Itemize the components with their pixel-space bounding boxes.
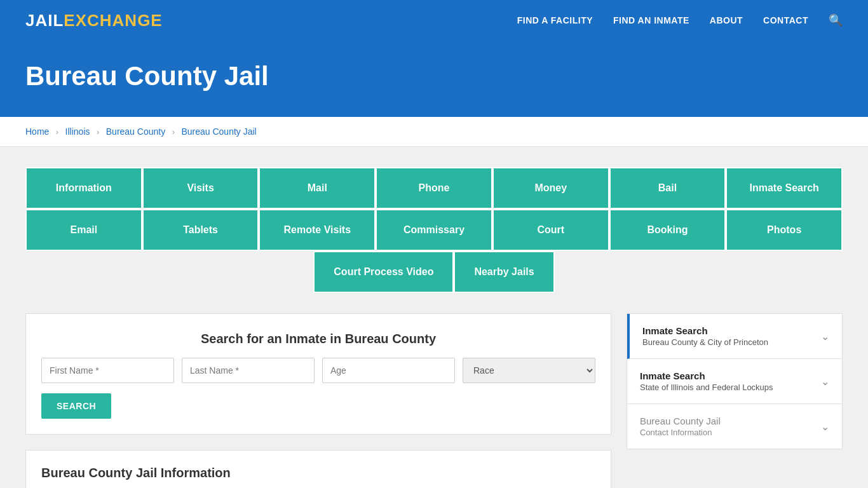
btn-photos[interactable]: Photos xyxy=(726,209,843,251)
page-title: Bureau County Jail xyxy=(25,61,843,92)
btn-visits[interactable]: Visits xyxy=(142,167,259,209)
sidebar-item-text-state: Inmate Search State of Illinois and Fede… xyxy=(640,370,773,392)
btn-row-1: Information Visits Mail Phone Money Bail… xyxy=(25,167,843,209)
breadcrumb: Home › Illinois › Bureau County › Bureau… xyxy=(0,117,868,147)
breadcrumb-current: Bureau County Jail xyxy=(181,126,256,137)
btn-nearby-jails[interactable]: Nearby Jails xyxy=(454,251,554,293)
left-column: Search for an Inmate in Bureau County Ra… xyxy=(25,313,611,488)
btn-tablets[interactable]: Tablets xyxy=(142,209,259,251)
age-input[interactable] xyxy=(322,358,455,383)
sidebar-title-state: Inmate Search xyxy=(640,370,773,381)
breadcrumb-sep-2: › xyxy=(97,127,99,137)
search-heading: Search for an Inmate in Bureau County xyxy=(41,332,595,346)
first-name-input[interactable] xyxy=(41,358,174,383)
btn-row-3: Court Process Video Nearby Jails xyxy=(25,251,843,293)
logo[interactable]: JAILEXCHANGE xyxy=(25,11,163,30)
btn-bail[interactable]: Bail xyxy=(609,167,726,209)
chevron-down-icon-bureau: ⌄ xyxy=(821,330,829,342)
race-select[interactable]: Race White Black Hispanic Asian Other xyxy=(463,358,595,383)
btn-mail[interactable]: Mail xyxy=(259,167,376,209)
main-content: Information Visits Mail Phone Money Bail… xyxy=(0,147,868,488)
logo-exchange: EXCHANGE xyxy=(64,11,162,30)
info-heading: Bureau County Jail Information xyxy=(41,466,595,480)
sidebar-title-contact: Bureau County Jail xyxy=(640,416,721,426)
logo-jail: JAIL xyxy=(25,11,64,30)
chevron-down-icon-contact: ⌄ xyxy=(821,421,829,433)
nav-find-inmate[interactable]: FIND AN INMATE xyxy=(613,15,689,25)
btn-booking[interactable]: Booking xyxy=(609,209,726,251)
breadcrumb-home[interactable]: Home xyxy=(25,126,49,137)
sidebar-subtitle-bureau: Bureau County & City of Princeton xyxy=(642,337,768,347)
category-button-grid: Information Visits Mail Phone Money Bail… xyxy=(25,167,843,293)
header: JAILEXCHANGE FIND A FACILITY FIND AN INM… xyxy=(0,0,868,41)
sidebar-subtitle-contact: Contact Information xyxy=(640,428,721,437)
btn-email[interactable]: Email xyxy=(25,209,142,251)
sidebar-item-text-bureau: Inmate Search Bureau County & City of Pr… xyxy=(642,325,768,347)
breadcrumb-sep-1: › xyxy=(56,127,58,137)
btn-information[interactable]: Information xyxy=(25,167,142,209)
sidebar-item-inmate-search-bureau[interactable]: Inmate Search Bureau County & City of Pr… xyxy=(627,314,842,359)
btn-money[interactable]: Money xyxy=(492,167,609,209)
inmate-search-box: Search for an Inmate in Bureau County Ra… xyxy=(25,313,611,435)
main-nav: FIND A FACILITY FIND AN INMATE ABOUT CON… xyxy=(517,13,843,27)
sidebar-item-contact[interactable]: Bureau County Jail Contact Information ⌄ xyxy=(627,404,842,449)
nav-about[interactable]: ABOUT xyxy=(710,15,743,25)
right-sidebar: Inmate Search Bureau County & City of Pr… xyxy=(627,313,843,449)
last-name-input[interactable] xyxy=(182,358,315,383)
breadcrumb-bureau-county[interactable]: Bureau County xyxy=(106,126,165,137)
btn-commissary[interactable]: Commissary xyxy=(376,209,492,251)
info-section: Bureau County Jail Information xyxy=(25,450,611,488)
nav-find-facility[interactable]: FIND A FACILITY xyxy=(517,15,593,25)
hero-section: Bureau County Jail xyxy=(0,41,868,117)
btn-phone[interactable]: Phone xyxy=(376,167,492,209)
two-column-layout: Search for an Inmate in Bureau County Ra… xyxy=(25,313,843,488)
sidebar-title-bureau: Inmate Search xyxy=(642,325,768,336)
nav-contact[interactable]: CONTACT xyxy=(763,15,808,25)
sidebar-subtitle-state: State of Illinois and Federal Lockups xyxy=(640,383,773,392)
search-button[interactable]: SEARCH xyxy=(41,393,111,419)
btn-inmate-search[interactable]: Inmate Search xyxy=(726,167,843,209)
breadcrumb-illinois[interactable]: Illinois xyxy=(65,126,90,137)
search-input-row: Race White Black Hispanic Asian Other xyxy=(41,358,595,383)
breadcrumb-sep-3: › xyxy=(172,127,175,137)
sidebar-item-text-contact: Bureau County Jail Contact Information xyxy=(640,416,721,437)
btn-row-2: Email Tablets Remote Visits Commissary C… xyxy=(25,209,843,251)
btn-court-process-video[interactable]: Court Process Video xyxy=(313,251,454,293)
btn-remote-visits[interactable]: Remote Visits xyxy=(259,209,376,251)
search-icon[interactable]: 🔍 xyxy=(829,13,843,27)
chevron-down-icon-state: ⌄ xyxy=(821,376,829,388)
btn-court[interactable]: Court xyxy=(492,209,609,251)
sidebar-item-inmate-search-state[interactable]: Inmate Search State of Illinois and Fede… xyxy=(627,359,842,404)
